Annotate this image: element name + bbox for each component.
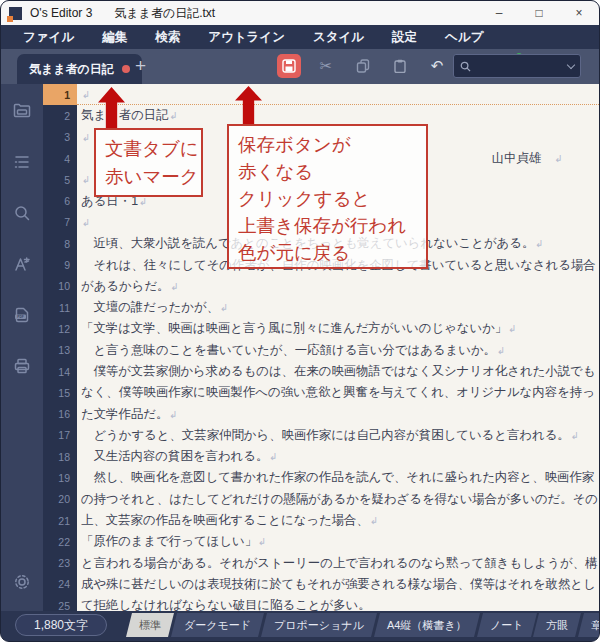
editor-line: 18 又生活内容の貧困を言われる。↲ [43, 446, 599, 467]
line-text: と言う意味のことを書いていたが、一応頷ける言い分ではあるまいか。 [81, 342, 496, 359]
char-count-badge[interactable]: 1,880文字 [15, 614, 107, 636]
line-text: 成や殊に甚だしいのは表現技術に於てもそれが強要される様な場合、僕等はそれを敢然と… [81, 576, 596, 593]
print-icon[interactable] [3, 347, 41, 385]
menu-item[interactable]: 編集 [88, 29, 141, 46]
line-number: 15 [43, 382, 77, 403]
line-number: 10 [43, 276, 77, 297]
line-number: 9 [43, 254, 77, 275]
line-text: 「原作のままで行ってほしい」 [81, 533, 257, 550]
line-number: 6 [43, 190, 77, 211]
undo-button[interactable]: ↶ [425, 54, 449, 78]
svg-text:PDF: PDF [17, 315, 23, 319]
line-number: 23 [43, 553, 77, 574]
mode-tab[interactable]: 章立て [578, 613, 600, 637]
pdf-export-icon[interactable]: PDF [3, 296, 41, 334]
line-text: 又生活内容の貧困を言われる。 [81, 448, 268, 465]
clipboard-icon [393, 59, 407, 73]
line-break-icon: ↲ [535, 238, 543, 249]
search-box[interactable] [453, 54, 581, 78]
search-icon[interactable] [3, 194, 41, 232]
line-number: 14 [43, 361, 77, 382]
minimize-button[interactable]: – [479, 1, 519, 25]
editor-pane[interactable]: 1 ↲ 2 気まま者の日記↲ 3 ↲ 4 山中貞雄 ↲ [43, 84, 599, 611]
app-window: O's Editor 3 気まま者の日記.txt – □ × ファイル編集検索ア… [0, 0, 600, 642]
editor-line: 12 「文学は文学、映画は映画と言う風に別々に進んだ方がいいのじゃないか」↲ [43, 318, 599, 339]
editor-line: 5 ↲ [43, 169, 599, 190]
maximize-button[interactable]: □ [519, 1, 559, 25]
line-number: 3 [43, 127, 77, 148]
line-text: 近頃、大衆小説を読んであとのことをちっとも覚えていられないことがある。 [81, 235, 534, 252]
app-title: O's Editor 3 [30, 6, 92, 20]
line-number: 1 [43, 84, 77, 105]
menu-item[interactable]: ヘルプ [431, 29, 497, 46]
line-text: なく、僕等映画作家に映画製作への強い意欲と興奮を与えてくれ、オリジナルな内容を持… [81, 384, 595, 401]
menu-item[interactable]: アウトライン [194, 29, 299, 46]
line-number: 18 [43, 446, 77, 467]
menu-item[interactable]: 検索 [141, 29, 194, 46]
save-button[interactable] [277, 54, 301, 78]
scissors-icon: ✂ [320, 57, 333, 75]
line-number: 16 [43, 403, 77, 424]
menu-item[interactable]: ファイル [9, 29, 88, 46]
editor-line: 24 成や殊に甚だしいのは表現技術に於てもそれが強要される様な場合、僕等はそれを… [43, 574, 599, 595]
mode-tab[interactable]: ノート [477, 613, 536, 637]
editor-line: 15 なく、僕等映画作家に映画製作への強い意欲と興奮を与えてくれ、オリジナルな内… [43, 382, 599, 403]
line-number: 8 [43, 233, 77, 254]
menu-item[interactable]: スタイル [299, 29, 378, 46]
editor-line: 17 どうかすると、文芸家仲間から、映画作家には自己内容が貧困していると言われる… [43, 425, 599, 446]
editor-line: 19 然し、映画化を意図して書かれた作家の作品を読んで、それに盛られた内容と、映… [43, 467, 599, 488]
line-text: て拒絶しなければならない破目に陥ることが多い。 [81, 597, 371, 611]
line-number: 24 [43, 574, 77, 595]
line-text: 僕等が文芸家側から求めるものは、在来の映画物語ではなく又シナリオ化された小説でも [81, 363, 595, 380]
font-icon[interactable] [3, 245, 41, 283]
line-number: 21 [43, 510, 77, 531]
chevron-down-icon[interactable] [567, 60, 575, 68]
close-button[interactable]: × [559, 1, 599, 25]
modified-dot-icon [122, 65, 130, 73]
line-break-icon: ↲ [170, 281, 178, 292]
line-number: 7 [43, 212, 77, 233]
line-number: 20 [43, 489, 77, 510]
line-text: の持つそれと、はたしてどれだけの懸隔があるかを疑わざるを得ない場合が多いのだ。そ… [81, 491, 598, 508]
line-break-icon: ↲ [269, 451, 277, 462]
line-break-icon: ↲ [555, 153, 563, 164]
line-text: どうかすると、文芸家仲間から、映画作家には自己内容が貧困していると言われる。 [81, 427, 570, 444]
editor-line: 4 山中貞雄 ↲ [43, 148, 599, 169]
line-break-icon: ↲ [258, 536, 266, 547]
document-tab[interactable]: 気まま者の日記 [17, 54, 142, 84]
search-icon [460, 61, 471, 72]
line-break-icon: ↲ [82, 89, 90, 100]
mode-tab[interactable]: A4縦（横書き） [374, 613, 480, 637]
line-number: 4 [43, 148, 77, 169]
cut-button[interactable]: ✂ [314, 54, 338, 78]
status-bar: 1,880文字 標準 ダークモード プロポーショナル A4縦（横書き） ノート … [1, 611, 599, 642]
line-break-icon: ↲ [220, 302, 228, 313]
mode-tab[interactable]: 標準 [126, 613, 174, 637]
line-text: た文学作品だ。 [81, 406, 168, 423]
paste-button[interactable] [388, 54, 412, 78]
mode-tab[interactable]: ダークモード [171, 613, 264, 637]
menu-item[interactable]: 設定 [378, 29, 431, 46]
editor-line: 21 上、文芸家の作品を映画化することになった場合、↲ [43, 510, 599, 531]
settings-gear-icon[interactable] [3, 563, 41, 601]
mode-tab[interactable]: プロポーショナル [261, 613, 377, 637]
editor-line: 3 ↲ [43, 127, 599, 148]
line-text: 山中貞雄 [492, 150, 554, 167]
editor-line: 10 があるからだ。↲ [43, 276, 599, 297]
line-break-icon: ↲ [139, 196, 147, 207]
files-icon[interactable] [3, 92, 41, 130]
new-tab-button[interactable]: + [135, 55, 146, 77]
editor-line: 16 た文学作品だ。↲ [43, 403, 599, 424]
line-break-icon: ↲ [497, 345, 505, 356]
editor-line: 6 ある日・1↲ [43, 190, 599, 211]
editor-line: 20 の持つそれと、はたしてどれだけの懸隔があるかを疑わざるを得ない場合が多いの… [43, 489, 599, 510]
line-text: 上、文芸家の作品を映画化することになった場合、 [81, 512, 369, 529]
line-break-icon: ↲ [169, 409, 177, 420]
search-input[interactable] [476, 60, 563, 72]
line-text: ある日・1 [81, 193, 138, 210]
line-break-icon: ↲ [571, 430, 579, 441]
line-number: 22 [43, 531, 77, 552]
copy-button[interactable] [351, 54, 375, 78]
mode-tab[interactable]: 方眼 [533, 613, 581, 637]
outline-icon[interactable] [3, 143, 41, 181]
